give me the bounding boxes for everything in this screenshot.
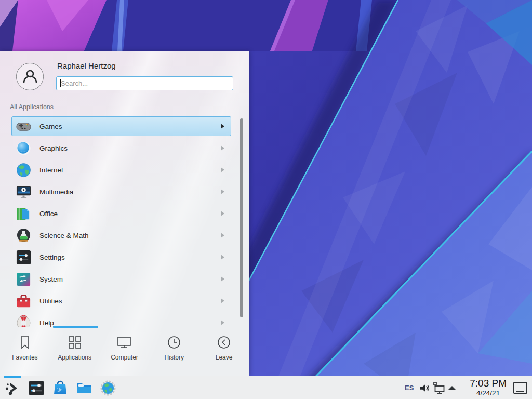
user-name: Raphael Hertzog <box>57 61 116 70</box>
text-caret <box>60 79 61 87</box>
application-launcher-popup: Raphael Hertzog All Applications Games <box>0 51 249 376</box>
sliders-icon <box>28 380 45 396</box>
system-settings-button[interactable] <box>28 380 45 396</box>
launcher-tabbar: Favorites Applications Computer <box>0 327 249 376</box>
header-divider <box>0 99 249 99</box>
show-desktop-button[interactable] <box>513 382 527 394</box>
system-icon <box>16 271 32 287</box>
taskbar-panel: ES 7:03 PM 4/24/21 <box>0 376 532 399</box>
list-scrollbar[interactable] <box>240 118 243 317</box>
volume-icon[interactable] <box>419 382 430 394</box>
sliders-icon <box>16 249 32 265</box>
search-input[interactable] <box>56 76 233 90</box>
discover-bag-icon <box>52 380 69 396</box>
submenu-arrow-icon <box>221 320 224 325</box>
documents-icon <box>16 206 32 222</box>
tab-applications[interactable]: Applications <box>50 327 100 376</box>
desktop: Raphael Hertzog All Applications Games <box>0 0 532 399</box>
category-list: Games Graphics <box>11 116 231 327</box>
sphere-icon <box>16 140 32 156</box>
tab-favorites[interactable]: Favorites <box>0 327 50 376</box>
tab-history[interactable]: History <box>149 327 199 376</box>
category-utilities[interactable]: Utilities <box>11 291 231 311</box>
gamepad-icon <box>16 118 32 135</box>
category-settings[interactable]: Settings <box>11 247 231 267</box>
clock-time: 7:03 PM <box>470 378 507 389</box>
submenu-arrow-icon <box>221 145 224 151</box>
category-office[interactable]: Office <box>11 204 231 223</box>
clock-icon <box>166 334 182 351</box>
category-system[interactable]: System <box>11 269 231 289</box>
globe-icon <box>16 162 32 178</box>
category-graphics[interactable]: Graphics <box>11 138 231 158</box>
clock-date: 4/24/21 <box>470 389 507 397</box>
tab-leave[interactable]: Leave <box>199 327 249 376</box>
monitor-icon <box>116 334 132 351</box>
file-manager-button[interactable] <box>76 380 92 396</box>
submenu-arrow-icon <box>221 233 224 238</box>
network-icon[interactable] <box>433 382 445 394</box>
category-science-math[interactable]: Science & Math <box>11 225 231 245</box>
submenu-arrow-icon <box>221 167 224 172</box>
category-multimedia[interactable]: Multimedia <box>11 182 231 202</box>
folder-icon <box>76 380 92 396</box>
toolbox-icon <box>16 293 32 309</box>
submenu-arrow-icon <box>221 255 224 260</box>
search-field[interactable] <box>56 76 233 90</box>
submenu-arrow-icon <box>221 211 224 216</box>
multimedia-icon <box>16 184 32 200</box>
keyboard-layout-indicator[interactable]: ES <box>405 384 414 392</box>
user-icon <box>21 68 39 86</box>
section-label: All Applications <box>10 103 54 111</box>
user-avatar[interactable] <box>16 63 44 90</box>
leave-icon <box>216 334 232 351</box>
category-internet[interactable]: Internet <box>11 160 231 180</box>
category-games[interactable]: Games <box>11 116 231 136</box>
discover-button[interactable] <box>52 380 69 396</box>
tab-computer[interactable]: Computer <box>100 327 150 376</box>
bookmark-icon <box>17 334 33 351</box>
category-help[interactable]: Help <box>11 313 231 327</box>
browser-button[interactable] <box>100 380 116 396</box>
expand-tray-button[interactable] <box>448 386 456 390</box>
lifebuoy-icon <box>16 315 32 327</box>
flask-icon <box>16 228 32 244</box>
submenu-arrow-icon <box>221 189 224 194</box>
active-tab-indicator <box>53 326 98 328</box>
launcher-open-indicator <box>4 376 21 378</box>
submenu-arrow-icon <box>221 276 224 282</box>
grid-icon <box>66 334 83 351</box>
submenu-arrow-icon <box>221 124 224 129</box>
digital-clock[interactable]: 7:03 PM 4/24/21 <box>470 378 507 397</box>
application-launcher-button[interactable] <box>4 380 21 396</box>
globe-gear-icon <box>100 380 116 396</box>
kickoff-icon <box>4 380 21 396</box>
submenu-arrow-icon <box>221 298 224 303</box>
